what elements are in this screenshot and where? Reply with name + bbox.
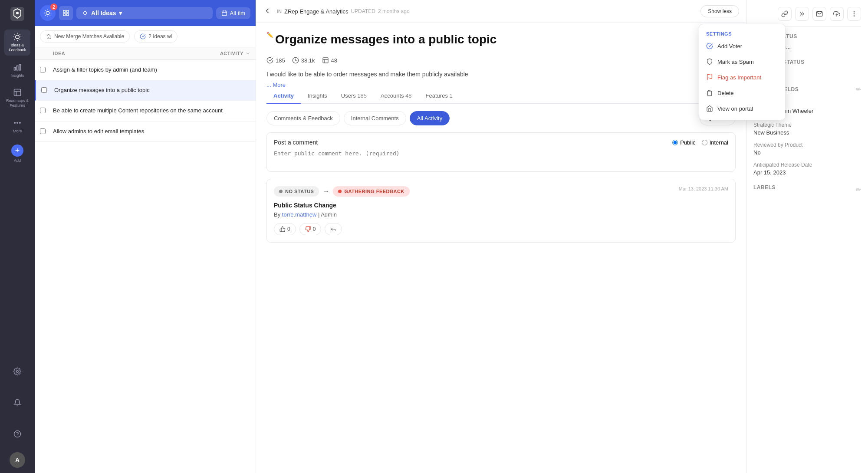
accounts-stat: 48 <box>322 57 337 64</box>
labels-edit-icon[interactable]: ✏ <box>856 186 861 193</box>
link-icon-btn[interactable] <box>778 7 792 21</box>
more-options-btn[interactable] <box>847 7 861 21</box>
all-ideas-dropdown[interactable]: All Ideas ▾ <box>76 7 213 19</box>
svg-rect-19 <box>222 11 227 15</box>
sidebar-notifications[interactable] <box>4 390 30 416</box>
reply-btn[interactable] <box>325 223 342 235</box>
score-stat: 38.1k <box>292 57 315 64</box>
table-row[interactable]: Allow admins to edit email templates <box>35 122 256 142</box>
toolbar: New Merge Matches Available 2 Ideas wi <box>35 26 256 47</box>
tab-users[interactable]: Users 185 <box>334 88 374 104</box>
detail-header: IN ZRep Engage & Analytics UPDATED 2 mon… <box>256 0 746 23</box>
flag-important-item[interactable]: Flag as Important <box>699 69 785 85</box>
notification-badge: 2 <box>50 3 57 10</box>
time-filter-dropdown[interactable]: All tim <box>216 7 250 19</box>
thumbs-up-btn[interactable]: 0 <box>274 223 296 235</box>
idea-list: Assign & filter topics by admin (and tea… <box>35 60 256 473</box>
activity-tabs: Comments & Feedback Internal Comments Al… <box>266 111 736 125</box>
comment-type-radio: Public Internal <box>672 139 728 146</box>
comments-feedback-tab[interactable]: Comments & Feedback <box>266 111 340 125</box>
comment-input[interactable] <box>274 150 728 164</box>
activity-title: Public Status Change <box>274 202 728 209</box>
public-radio[interactable]: Public <box>672 139 695 146</box>
internal-comments-tab[interactable]: Internal Comments <box>344 111 406 125</box>
svg-rect-14 <box>63 10 66 13</box>
merge-matches-btn[interactable]: New Merge Matches Available <box>40 30 130 43</box>
thumbs-down-btn[interactable]: 0 <box>299 223 322 235</box>
svg-point-18 <box>84 12 87 15</box>
cloud-icon-btn[interactable] <box>830 7 844 21</box>
activity-sort[interactable]: Activity <box>220 51 250 56</box>
svg-rect-4 <box>16 66 18 70</box>
tab-insights[interactable]: Insights <box>301 88 334 104</box>
svg-point-10 <box>16 371 19 373</box>
row-checkbox[interactable] <box>41 87 47 93</box>
edit-title-icon[interactable]: ✏️ <box>266 32 273 38</box>
internal-radio[interactable]: Internal <box>702 139 728 146</box>
to-status-badge: GATHERING FEEDBACK <box>333 186 409 197</box>
back-button[interactable] <box>263 7 272 16</box>
svg-point-28 <box>854 13 854 14</box>
svg-point-9 <box>20 122 21 124</box>
sidebar-help[interactable] <box>4 421 30 447</box>
sidebar-item-insights[interactable]: Insights <box>4 57 30 83</box>
field-reviewed: Reviewed by Product No <box>753 142 861 156</box>
row-checkbox[interactable] <box>40 108 46 113</box>
delete-item[interactable]: Delete <box>699 85 785 101</box>
row-checkbox[interactable] <box>40 67 46 72</box>
show-less-button[interactable]: Show less <box>700 5 739 17</box>
svg-point-13 <box>46 11 49 15</box>
view-on-portal-item[interactable]: View on portal <box>699 101 785 116</box>
more-link[interactable]: ... More <box>266 82 286 88</box>
detail-body: ✏️ Organize messages into a public topic… <box>256 23 746 473</box>
add-voter-item[interactable]: Add Voter <box>699 38 785 54</box>
ideas-icon-btn[interactable]: 2 <box>40 5 56 21</box>
user-avatar[interactable]: A <box>10 452 25 468</box>
sidebar-settings[interactable] <box>4 358 30 384</box>
activity-item: NO STATUS → GATHERING FEEDBACK Mar 13, 2… <box>266 179 736 243</box>
sidebar-item-more[interactable]: More <box>4 113 30 139</box>
main-header: 2 All Ideas ▾ All tim <box>35 0 256 26</box>
activity-actions: 0 0 <box>274 223 728 235</box>
svg-rect-17 <box>66 13 69 16</box>
custom-fields-edit-icon[interactable]: ✏ <box>856 86 861 93</box>
arrow-icon: → <box>322 187 329 195</box>
tab-activity[interactable]: Activity <box>266 88 301 104</box>
svg-point-8 <box>17 122 18 124</box>
table-row[interactable]: Assign & filter topics by admin (and tea… <box>35 60 256 80</box>
tab-features[interactable]: Features 1 <box>419 88 460 104</box>
author-link[interactable]: torre.matthew <box>282 211 316 218</box>
all-activity-tab[interactable]: All Activity <box>410 111 450 125</box>
mail-icon-btn[interactable] <box>812 7 826 21</box>
svg-point-27 <box>854 12 854 12</box>
svg-point-7 <box>14 122 16 124</box>
activity-by: By torre.matthew | Admin <box>274 211 728 218</box>
detail-stats: 185 38.1k 48 <box>266 57 736 64</box>
breadcrumb: IN ZRep Engage & Analytics UPDATED 2 mon… <box>277 8 695 15</box>
app-logo[interactable] <box>9 5 26 23</box>
forward-icon-btn[interactable] <box>795 7 809 21</box>
ideas-with-badge[interactable]: 2 Ideas wi <box>134 30 178 43</box>
tab-accounts[interactable]: Accounts 48 <box>374 88 419 104</box>
field-strategic-theme: Strategic Theme New Business <box>753 122 861 136</box>
svg-point-29 <box>854 16 854 16</box>
svg-rect-3 <box>14 67 16 70</box>
votes-stat: 185 <box>266 57 285 64</box>
add-button[interactable]: + Add <box>4 141 30 167</box>
sidebar-item-ideas[interactable]: Ideas & Feedback <box>4 30 30 56</box>
status-flow: NO STATUS → GATHERING FEEDBACK <box>274 186 410 197</box>
sidebar-item-roadmaps[interactable]: Roadmaps & Features <box>4 85 30 111</box>
labels-section: LABELS ✏ <box>753 184 861 195</box>
mark-as-spam-item[interactable]: Mark as Spam <box>699 54 785 69</box>
detail-panel: IN ZRep Engage & Analytics UPDATED 2 mon… <box>256 0 746 473</box>
table-row[interactable]: Organize messages into a public topic <box>35 80 256 101</box>
table-row[interactable]: Be able to create multiple Content repos… <box>35 101 256 121</box>
idea-title: Organize messages into a public topic <box>275 32 496 47</box>
svg-point-2 <box>16 35 19 39</box>
idea-description: I would like to be able to order message… <box>266 70 736 79</box>
settings-dropdown-menu: SETTINGS Add Voter Mark as Spam Flag as … <box>699 24 786 120</box>
sidebar: Ideas & Feedback Insights Roadmaps & Fea… <box>0 0 35 473</box>
view-toggle-list[interactable] <box>59 6 73 20</box>
table-header: IDEA Activity <box>35 47 256 60</box>
row-checkbox[interactable] <box>40 128 46 134</box>
